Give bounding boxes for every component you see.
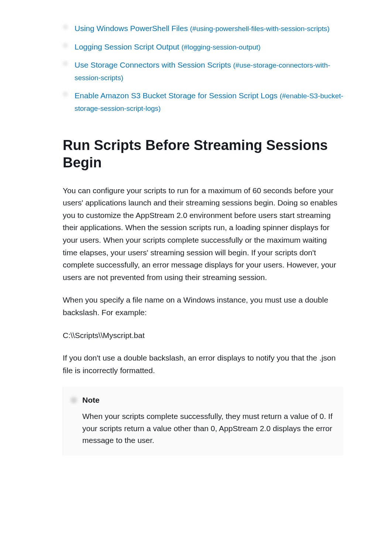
code-example: C:\\Scripts\\Myscript.bat: [63, 329, 343, 342]
paragraph-1: You can configure your scripts to run fo…: [63, 184, 343, 284]
bullet-icon: [63, 61, 68, 66]
toc-link-powershell[interactable]: Using Windows PowerShell Files (#using-p…: [75, 22, 330, 35]
content-wrapper: Using Windows PowerShell Files (#using-p…: [63, 22, 343, 456]
paragraph-2: When you specify a file name on a Window…: [63, 294, 343, 318]
toc-title: Using Windows PowerShell Files: [75, 24, 188, 33]
toc-link-logging[interactable]: Logging Session Script Output (#logging-…: [75, 41, 261, 53]
note-box: Note When your scripts complete successf…: [63, 387, 343, 456]
toc-item: Enable Amazon S3 Bucket Storage for Sess…: [63, 89, 343, 114]
toc-item: Use Storage Connectors with Session Scri…: [63, 59, 343, 83]
paragraph-3: If you don't use a double backslash, an …: [63, 352, 343, 376]
toc-title: Logging Session Script Output: [75, 42, 179, 51]
toc-link-s3-bucket[interactable]: Enable Amazon S3 Bucket Storage for Sess…: [75, 89, 343, 114]
bullet-icon: [63, 43, 68, 48]
note-title: Note: [82, 396, 100, 405]
toc-link-storage-connectors[interactable]: Use Storage Connectors with Session Scri…: [75, 59, 343, 83]
toc-title: Enable Amazon S3 Bucket Storage for Sess…: [75, 91, 278, 100]
note-header: Note: [71, 396, 333, 405]
toc-item: Using Windows PowerShell Files (#using-p…: [63, 22, 343, 35]
note-icon: [71, 397, 77, 403]
toc-title: Use Storage Connectors with Session Scri…: [75, 61, 231, 69]
note-body: When your scripts complete successfully,…: [71, 410, 333, 447]
toc-anchor: (#logging-session-output): [182, 43, 261, 51]
table-of-contents: Using Windows PowerShell Files (#using-p…: [63, 22, 343, 115]
bullet-icon: [63, 92, 68, 97]
bullet-icon: [63, 24, 68, 30]
toc-item: Logging Session Script Output (#logging-…: [63, 41, 343, 53]
section-heading: Run Scripts Before Streaming Sessions Be…: [63, 137, 343, 172]
toc-anchor: (#using-powershell-files-with-session-sc…: [190, 25, 330, 33]
